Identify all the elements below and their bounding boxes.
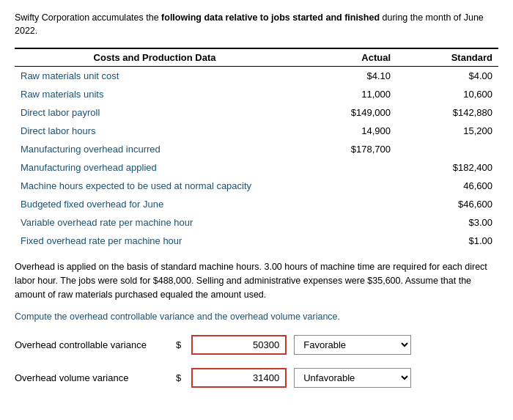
costs-production-table: Costs and Production Data Actual Standar…: [15, 48, 498, 250]
row-label: Direct labor hours: [15, 122, 295, 140]
row-standard: $3.00: [396, 213, 498, 232]
row-actual: 14,900: [295, 122, 396, 140]
intro-paragraph: Swifty Corporation accumulates the follo…: [15, 12, 498, 37]
row-label: Machine hours expected to be used at nor…: [15, 177, 295, 195]
table-row: Manufacturing overhead applied$182,400: [15, 158, 498, 177]
table-row: Raw materials units11,00010,600: [15, 85, 498, 103]
bottom-text: Overhead is applied on the basis of stan…: [15, 260, 498, 301]
row-standard: $46,600: [396, 195, 498, 213]
overhead-controllable-row: Overhead controllable variance$Favorable…: [15, 335, 498, 355]
row-actual: 11,000: [295, 85, 396, 103]
row-standard: [396, 140, 498, 158]
col-header-actual: Actual: [295, 48, 396, 67]
row-label: Raw materials unit cost: [15, 67, 295, 86]
row-actual: $178,700: [295, 140, 396, 158]
controllable-label: Overhead controllable variance: [15, 339, 169, 350]
row-standard: $142,880: [396, 103, 498, 122]
row-label: Manufacturing overhead incurred: [15, 140, 295, 158]
table-row: Budgeted fixed overhead for June$46,600: [15, 195, 498, 213]
dollar-sign: $: [176, 372, 181, 383]
dollar-sign: $: [176, 339, 181, 350]
row-actual: $149,000: [295, 103, 396, 122]
row-standard: 46,600: [396, 177, 498, 195]
intro-text-bold: following data relative to jobs started …: [161, 12, 380, 23]
col-header-standard: Standard: [396, 48, 498, 67]
controllable-input[interactable]: [191, 335, 287, 355]
table-row: Machine hours expected to be used at nor…: [15, 177, 498, 195]
row-label: Direct labor payroll: [15, 103, 295, 122]
volume-input[interactable]: [191, 368, 287, 388]
row-actual: [295, 195, 396, 213]
row-actual: [295, 232, 396, 250]
row-label: Budgeted fixed overhead for June: [15, 195, 295, 213]
overhead-volume-row: Overhead volume variance$FavorableUnfavo…: [15, 368, 498, 388]
intro-text-start: Swifty Corporation accumulates the: [15, 12, 161, 23]
row-label: Variable overhead rate per machine hour: [15, 213, 295, 232]
table-row: Raw materials unit cost$4.10$4.00: [15, 67, 498, 86]
row-standard: 10,600: [396, 85, 498, 103]
table-row: Direct labor payroll$149,000$142,880: [15, 103, 498, 122]
table-row: Direct labor hours14,90015,200: [15, 122, 498, 140]
row-label: Manufacturing overhead applied: [15, 158, 295, 177]
row-label: Fixed overhead rate per machine hour: [15, 232, 295, 250]
row-actual: [295, 158, 396, 177]
row-standard: $1.00: [396, 232, 498, 250]
compute-text: Compute the overhead controllable varian…: [15, 312, 498, 322]
table-row: Variable overhead rate per machine hour$…: [15, 213, 498, 232]
row-standard: $4.00: [396, 67, 498, 86]
controllable-select[interactable]: FavorableUnfavorable: [294, 335, 411, 355]
row-standard: 15,200: [396, 122, 498, 140]
row-actual: $4.10: [295, 67, 396, 86]
volume-select[interactable]: FavorableUnfavorable: [294, 368, 411, 388]
row-actual: [295, 177, 396, 195]
col-header-label: Costs and Production Data: [15, 48, 295, 67]
row-label: Raw materials units: [15, 85, 295, 103]
volume-label: Overhead volume variance: [15, 372, 169, 383]
row-standard: $182,400: [396, 158, 498, 177]
table-row: Manufacturing overhead incurred$178,700: [15, 140, 498, 158]
row-actual: [295, 213, 396, 232]
table-row: Fixed overhead rate per machine hour$1.0…: [15, 232, 498, 250]
